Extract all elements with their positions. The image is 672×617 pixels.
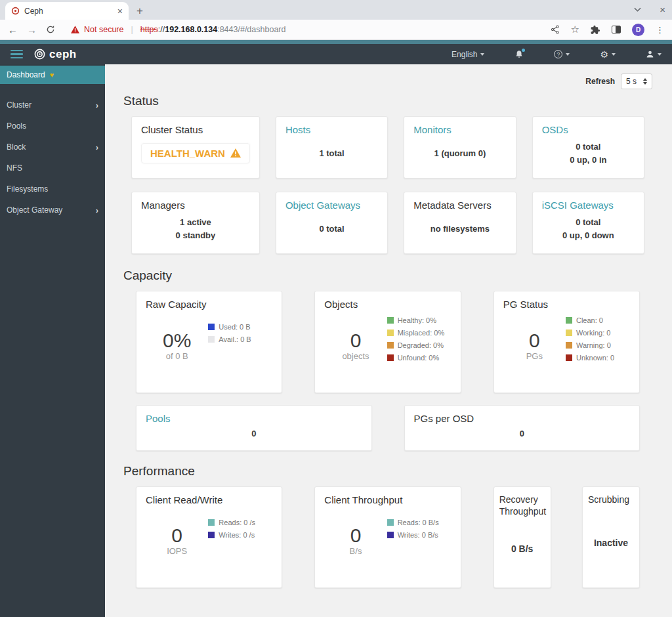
objects-sub: objects: [342, 351, 369, 361]
card-value: 1 active: [180, 217, 211, 227]
client-tp-value: 0: [350, 524, 362, 546]
card-value: 0 total: [576, 217, 600, 227]
managers-card: Managers 1 active 0 standby: [131, 192, 260, 254]
legend-swatch: [208, 324, 215, 330]
help-dropdown[interactable]: ?: [554, 50, 570, 58]
legend-swatch: [387, 330, 394, 336]
card-title: Cluster Status: [141, 124, 250, 135]
hosts-link[interactable]: Hosts: [285, 124, 378, 135]
scrubbing-status: Inactive: [588, 506, 634, 581]
osds-link[interactable]: OSDs: [542, 124, 635, 135]
bookmark-star-icon[interactable]: ☆: [571, 24, 579, 35]
browser-tab[interactable]: Ceph ×: [5, 2, 129, 20]
user-icon: [646, 50, 654, 58]
card-value: 0 up, 0 down: [562, 230, 614, 240]
new-tab-button[interactable]: +: [136, 5, 143, 16]
pg-count: 0: [529, 330, 540, 351]
notifications-button[interactable]: [514, 50, 524, 59]
brand-text: ceph: [49, 48, 77, 61]
legend-swatch: [566, 342, 572, 349]
hosts-card: Hosts 1 total: [276, 116, 388, 179]
reload-icon[interactable]: [46, 25, 55, 34]
iscsi-gateways-card: iSCSI Gateways 0 total 0 up, 0 down: [532, 192, 644, 254]
user-dropdown[interactable]: [646, 50, 662, 58]
sidebar: Dashboard ♥ Cluster › Pools Block › NFS …: [0, 64, 105, 617]
pg-sub: PGs: [526, 351, 543, 361]
sidebar-item-dashboard[interactable]: Dashboard ♥: [0, 66, 105, 84]
card-value: 0 total: [319, 224, 344, 234]
sidebar-item-block[interactable]: Block ›: [0, 137, 105, 158]
card-value: 0 up, 0 in: [570, 155, 606, 165]
browser-chrome: Ceph × + × ← → Not secure | https://192.…: [0, 0, 672, 40]
metadata-servers-card: Metadata Servers no filesystems: [404, 192, 516, 254]
language-label: English: [452, 50, 477, 59]
object-gateways-link[interactable]: Object Gateways: [285, 200, 378, 211]
language-dropdown[interactable]: English: [452, 50, 484, 59]
pools-card: Pools 0: [136, 405, 372, 451]
raw-capacity-legend: Used: 0 B Avail.: 0 B: [208, 310, 272, 385]
profile-avatar[interactable]: D: [632, 24, 644, 36]
object-gateways-card: Object Gateways 0 total: [276, 192, 388, 254]
not-secure-warning-icon: [71, 26, 79, 33]
hamburger-menu-icon[interactable]: [10, 50, 23, 59]
recovery-throughput-card: Recovery Throughput 0 B/s: [494, 486, 551, 588]
client-rw-legend: Reads: 0 /s Writes: 0 /s: [208, 505, 272, 580]
gear-icon: ⚙: [600, 50, 608, 59]
url-separator: ://: [158, 25, 165, 34]
sidebar-item-label: Block: [7, 142, 26, 152]
window-menu-icon[interactable]: [634, 7, 641, 12]
url-scheme: https: [140, 25, 158, 34]
legend-item: Reads: 0 /s: [208, 519, 272, 526]
back-icon[interactable]: ←: [8, 25, 18, 35]
health-warn-badge-icon: ♥: [50, 71, 54, 79]
sidebar-item-cluster[interactable]: Cluster ›: [0, 95, 105, 116]
iscsi-gateways-link[interactable]: iSCSI Gateways: [542, 200, 635, 211]
tab-close-icon[interactable]: ×: [117, 6, 123, 16]
sidebar-item-object-gateway[interactable]: Object Gateway ›: [0, 200, 105, 221]
objects-count: 0: [350, 330, 362, 351]
chevron-right-icon: ›: [96, 205, 98, 215]
legend-item: Healthy: 0%: [387, 316, 452, 324]
not-secure-label[interactable]: Not secure: [84, 25, 123, 34]
settings-dropdown[interactable]: ⚙: [600, 50, 616, 59]
share-icon[interactable]: [551, 25, 560, 34]
status-section-title: Status: [123, 94, 652, 108]
health-status-value: HEALTH_WARN: [150, 148, 225, 159]
refresh-interval-select[interactable]: 5 s: [621, 74, 652, 89]
url-text[interactable]: https://192.168.0.134:8443/#/dashboard: [140, 25, 286, 34]
url-divider: |: [128, 25, 135, 34]
forward-icon[interactable]: →: [27, 25, 37, 35]
sidebar-item-nfs[interactable]: NFS: [0, 158, 105, 179]
client-tp-legend: Reads: 0 B/s Writes: 0 B/s: [387, 505, 452, 580]
extensions-puzzle-icon[interactable]: [591, 25, 600, 35]
monitors-card: Monitors 1 (quorum 0): [404, 116, 516, 179]
monitors-link[interactable]: Monitors: [413, 124, 506, 135]
legend-swatch: [208, 519, 215, 526]
tab-strip: Ceph × + ×: [0, 0, 672, 20]
legend-swatch: [387, 342, 394, 349]
card-value: 1 total: [319, 148, 344, 158]
pools-link[interactable]: Pools: [146, 413, 362, 424]
window-close-icon[interactable]: ×: [660, 4, 665, 15]
card-value: 0 total: [576, 142, 600, 152]
pg-status-card: PG Status 0 PGs Clean: 0 Working: 0 Warn…: [494, 291, 640, 393]
sidebar-item-filesystems[interactable]: Filesystems: [0, 179, 105, 200]
caret-down-icon: [658, 53, 662, 56]
legend-swatch: [566, 354, 572, 361]
legend-item: Writes: 0 B/s: [387, 531, 452, 539]
side-panel-icon[interactable]: [612, 26, 621, 33]
refresh-label: Refresh: [585, 77, 615, 86]
legend-item: Unfound: 0%: [387, 354, 452, 362]
tab-title: Ceph: [24, 7, 43, 16]
address-bar[interactable]: Not secure | https://192.168.0.134:8443/…: [64, 25, 541, 34]
notification-dot-badge: [522, 49, 525, 52]
refresh-interval-value: 5 s: [626, 77, 637, 86]
raw-capacity-card: Raw Capacity 0% of 0 B Used: 0 B Avail.:…: [136, 291, 282, 393]
legend-item: Unknown: 0: [566, 354, 630, 362]
browser-menu-kebab-icon[interactable]: ⋮: [656, 25, 664, 35]
card-title: Metadata Servers: [413, 200, 506, 211]
legend-swatch: [208, 336, 215, 343]
sidebar-item-pools[interactable]: Pools: [0, 116, 105, 137]
osds-card: OSDs 0 total 0 up, 0 in: [532, 116, 644, 179]
sidebar-item-label: NFS: [7, 163, 22, 173]
